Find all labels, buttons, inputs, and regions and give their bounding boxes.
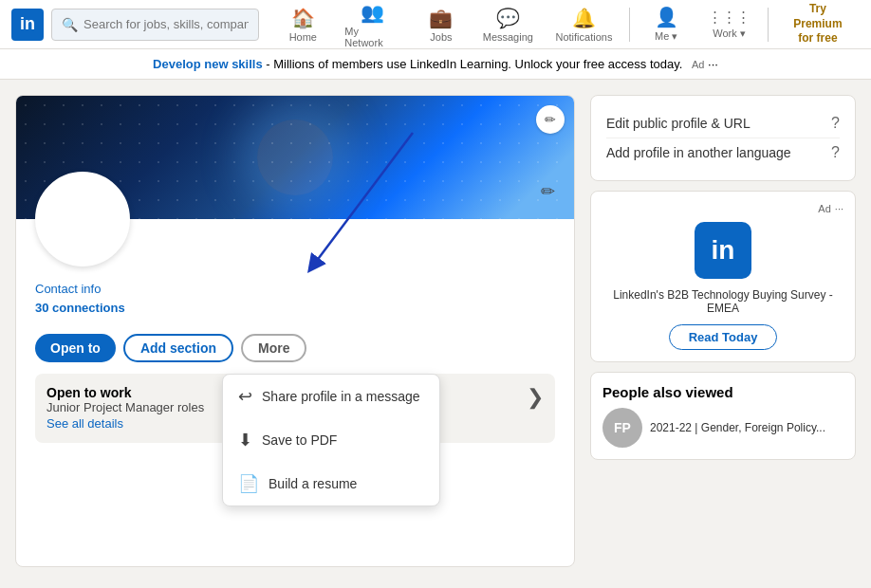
cover-edit-button[interactable]: ✏: [536, 105, 565, 134]
top-navigation: in 🔍 🏠 Home 👥 My Network 💼 Jobs 💬 Messag…: [0, 0, 871, 49]
otw-title: Open to work: [46, 385, 204, 400]
right-sidebar: Edit public profile & URL ? Add profile …: [590, 95, 856, 567]
open-to-work-next-button[interactable]: ❯: [527, 385, 544, 410]
nav-label-jobs: Jobs: [430, 31, 452, 43]
nav-label-home: Home: [289, 31, 317, 43]
nav-label-my-network: My Network: [344, 26, 399, 48]
ad-card-dots[interactable]: ···: [835, 203, 843, 214]
more-dropdown-wrapper: More ↩ Share profile in a message ⬇ Save…: [241, 334, 306, 362]
search-input[interactable]: [83, 17, 249, 31]
add-language-profile-label: Add profile in another language: [606, 145, 791, 160]
otw-subtitle: Junior Project Manager roles: [46, 400, 204, 414]
profile-avatar-area: ✏: [16, 172, 574, 266]
share-profile-icon: ↩: [238, 386, 252, 407]
notifications-icon: 🔔: [572, 7, 596, 29]
dropdown-label-save-pdf: Save to PDF: [262, 432, 337, 448]
dropdown-item-build-resume[interactable]: 📄 Build a resume: [223, 462, 439, 505]
list-item[interactable]: FP 2021-22 | Gender, Foreign Policy...: [602, 408, 843, 448]
add-section-button[interactable]: Add section: [123, 334, 233, 362]
nav-item-me[interactable]: 👤 Me ▾: [638, 2, 695, 46]
nav-item-notifications[interactable]: 🔔 Notifications: [547, 3, 621, 46]
home-icon: 🏠: [291, 7, 315, 29]
ad-card-label: Ad: [818, 203, 830, 214]
open-to-button[interactable]: Open to: [35, 334, 116, 362]
nav-divider: [629, 8, 630, 42]
nav-label-messaging: Messaging: [483, 31, 533, 43]
nav-label-work: Work ▾: [713, 28, 746, 40]
dropdown-label-share-profile: Share profile in a message: [262, 389, 420, 404]
nav-item-messaging[interactable]: 💬 Messaging: [473, 3, 543, 46]
cover-edit-icon: ✏: [545, 112, 556, 127]
me-icon: 👤: [655, 6, 678, 28]
nav-item-my-network[interactable]: 👥 My Network: [335, 0, 409, 52]
edit-public-profile-item[interactable]: Edit public profile & URL ?: [606, 109, 840, 138]
avatar: [35, 172, 130, 266]
people-also-viewed-title: People also viewed: [602, 384, 843, 400]
ad-banner-text: - Millions of members use LinkedIn Learn…: [266, 57, 682, 71]
work-icon: ⋮⋮⋮: [708, 9, 751, 26]
ad-card-header: Ad ···: [602, 203, 843, 214]
ad-banner: Develop new skills - Millions of members…: [0, 49, 871, 80]
nav-label-me: Me ▾: [655, 30, 677, 43]
ad-banner-link[interactable]: Develop new skills: [153, 57, 263, 71]
profile-actions: Open to Add section More ↩ Share profile…: [16, 326, 574, 374]
messaging-icon: 💬: [496, 7, 520, 29]
dropdown-item-save-pdf[interactable]: ⬇ Save to PDF: [223, 418, 439, 462]
nav-items: 🏠 Home 👥 My Network 💼 Jobs 💬 Messaging 🔔…: [274, 0, 860, 52]
nav-item-home[interactable]: 🏠 Home: [274, 3, 331, 46]
dropdown-label-build-resume: Build a resume: [269, 476, 357, 491]
edit-public-profile-help-icon[interactable]: ?: [831, 115, 840, 132]
more-button[interactable]: More: [241, 334, 306, 362]
search-icon: 🔍: [62, 17, 78, 32]
linkedin-logo[interactable]: in: [11, 9, 44, 41]
save-pdf-icon: ⬇: [238, 430, 252, 450]
nav-item-jobs[interactable]: 💼 Jobs: [413, 3, 470, 46]
ad-linkedin-logo: in: [695, 222, 751, 279]
ad-card-body: in LinkedIn's B2B Technology Buying Surv…: [602, 222, 843, 350]
add-language-profile-item[interactable]: Add profile in another language ?: [606, 138, 840, 167]
otw-see-details-link[interactable]: See all details: [46, 416, 123, 431]
profile-info: Contact info 30 connections: [16, 266, 574, 326]
nav-divider-2: [768, 8, 769, 42]
profile-card: ✏ ✏ Contact info 30 connections Open to …: [15, 95, 575, 567]
my-network-icon: 👥: [361, 1, 384, 24]
search-bar[interactable]: 🔍: [51, 9, 259, 41]
build-resume-icon: 📄: [238, 473, 259, 494]
profile-edit-icon: ✏: [541, 182, 555, 201]
edit-public-profile-label: Edit public profile & URL: [606, 116, 751, 131]
connections-count[interactable]: 30 connections: [35, 301, 555, 315]
open-to-work-text: Open to work Junior Project Manager role…: [46, 385, 204, 432]
ad-card: Ad ··· in LinkedIn's B2B Technology Buyi…: [590, 191, 856, 362]
avatar: FP: [602, 408, 642, 448]
contact-info-link[interactable]: Contact info: [35, 282, 101, 296]
add-language-profile-help-icon[interactable]: ?: [831, 144, 840, 161]
more-dropdown-menu: ↩ Share profile in a message ⬇ Save to P…: [222, 374, 440, 506]
jobs-icon: 💼: [429, 7, 453, 29]
ad-dots[interactable]: ···: [708, 57, 718, 71]
nav-item-work[interactable]: ⋮⋮⋮ Work ▾: [698, 5, 760, 44]
ad-label: Ad: [692, 59, 704, 70]
dropdown-item-share-profile[interactable]: ↩ Share profile in a message: [223, 375, 439, 418]
try-premium-button[interactable]: Try Premiumfor free: [776, 0, 860, 50]
nav-label-notifications: Notifications: [556, 31, 613, 43]
person-info: 2021-22 | Gender, Foreign Policy...: [650, 421, 825, 434]
main-layout: ✏ ✏ Contact info 30 connections Open to …: [0, 80, 871, 582]
profile-tools-card: Edit public profile & URL ? Add profile …: [590, 95, 856, 181]
profile-edit-button[interactable]: ✏: [541, 181, 555, 202]
people-also-viewed-card: People also viewed FP 2021-22 | Gender, …: [590, 372, 856, 460]
read-today-button[interactable]: Read Today: [669, 324, 778, 350]
ad-description: LinkedIn's B2B Technology Buying Survey …: [602, 288, 843, 315]
